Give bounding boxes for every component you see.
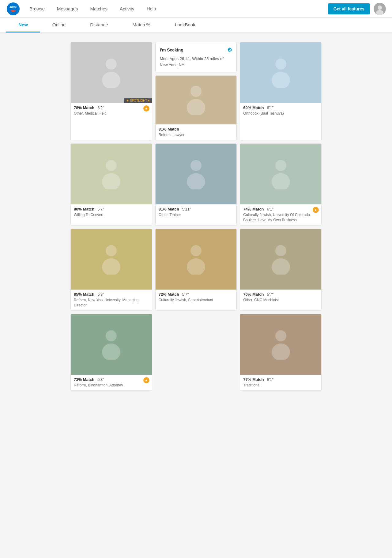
svg-point-16 [275, 160, 286, 171]
match-percentage: 80% Match [74, 207, 94, 211]
nav-messages[interactable]: Messages [57, 6, 78, 11]
profile-card[interactable]: 74% Match 6'1" ★ Culturally Jewish, Univ… [240, 143, 322, 226]
profile-details: Other, CNC Machinist [243, 298, 318, 303]
profile-card[interactable]: 80% Match 5'7" Willing To Convert [70, 143, 152, 226]
height: 5'7" [182, 292, 189, 297]
header-right: Get all features [328, 3, 386, 15]
favorite-star-icon[interactable]: ★ [143, 377, 149, 383]
height: 6'2" [97, 105, 104, 110]
tab-match-pct[interactable]: Match % [120, 18, 163, 32]
get-all-features-button[interactable]: Get all features [328, 3, 370, 14]
match-height-row: 77% Match 6'1" [243, 377, 318, 382]
profile-details: Traditional [243, 383, 318, 388]
profile-details: Willing To Convert [74, 212, 149, 218]
nav-activity[interactable]: Activity [120, 6, 134, 11]
profile-info: 69% Match 6'1" Orthodox (Baal Teshuva) [240, 103, 321, 119]
profile-image [71, 144, 152, 204]
profile-details: Other, Trainer [159, 212, 234, 218]
height: 5'7" [97, 207, 104, 211]
profile-details: Culturally Jewish, Superintendant [159, 298, 234, 303]
svg-point-20 [190, 245, 202, 256]
profile-info: 80% Match 5'7" Willing To Convert [71, 204, 152, 220]
profile-info: 78% Match 6'2" ★ Other, Medical Field [71, 103, 152, 119]
favorite-star-icon[interactable]: ★ [143, 105, 149, 112]
profile-image [240, 42, 321, 103]
profile-card[interactable]: 81% Match 5'11" Other, Trainer [155, 143, 237, 226]
profile-details: Other, Medical Field [74, 111, 149, 116]
match-percentage: 73% Match [74, 377, 94, 382]
profile-silhouette [156, 229, 237, 290]
height: 6'1" [267, 377, 274, 382]
match-percentage: 81% Match [159, 207, 179, 211]
svg-point-21 [187, 258, 205, 275]
svg-point-19 [102, 258, 120, 275]
svg-point-17 [272, 173, 290, 189]
svg-point-24 [106, 330, 117, 341]
svg-point-26 [275, 330, 286, 341]
profile-silhouette [71, 229, 152, 290]
profile-card[interactable]: 69% Match 6'1" Orthodox (Baal Teshuva) [240, 42, 322, 140]
profile-card[interactable]: ★ SPOTLIGHT★ 78% Match 6'2" ★ Other, Med… [70, 42, 152, 140]
svg-point-23 [272, 258, 290, 275]
svg-point-14 [190, 160, 202, 171]
profile-silhouette [240, 314, 321, 375]
profile-silhouette [156, 76, 237, 124]
profile-info: 85% Match 6'3" Reform, New York Universi… [71, 290, 152, 310]
seeking-card: I'm Seeking ⚙ Men, Ages 26-41, Within 25… [155, 42, 237, 72]
match-percentage: 81% Match [159, 127, 179, 131]
match-height-row: 81% Match 5'11" [159, 207, 234, 211]
svg-point-12 [106, 160, 117, 171]
profile-silhouette [240, 144, 321, 204]
match-height-row: 81% Match [159, 127, 234, 131]
profile-image [240, 144, 321, 204]
profile-info: 81% Match 5'11" Other, Trainer [156, 204, 237, 220]
profile-image [156, 229, 237, 290]
match-percentage: 74% Match [243, 207, 264, 211]
nav-matches[interactable]: Matches [90, 6, 107, 11]
tab-online[interactable]: Online [40, 18, 78, 32]
match-height-row: 85% Match 6'3" [74, 292, 149, 297]
profile-card[interactable]: 72% Match 5'7" Culturally Jewish, Superi… [155, 229, 237, 311]
profile-card[interactable]: 85% Match 6'3" Reform, New York Universi… [70, 229, 152, 311]
profile-silhouette [71, 314, 152, 375]
filter-icon[interactable]: ⚙ [227, 47, 232, 53]
match-percentage: 78% Match [74, 105, 94, 110]
profile-info: 77% Match 6'1" Traditional [240, 375, 321, 390]
svg-text:Jdate: Jdate [9, 6, 17, 9]
profile-details: Reform, Binghamton, Attorney [74, 383, 149, 388]
nav-help[interactable]: Help [147, 6, 156, 11]
profile-card[interactable]: 73% Match 5'8" ★ Reform, Binghamton, Att… [70, 314, 152, 391]
profile-card[interactable]: 77% Match 6'1" Traditional [240, 314, 322, 391]
favorite-star-icon[interactable]: ★ [313, 207, 319, 213]
star-icon: ★ [126, 99, 129, 102]
tab-lookbook[interactable]: LookBook [163, 18, 208, 32]
profile-card[interactable]: 70% Match 5'7" Other, CNC Machinist [240, 229, 322, 311]
match-height-row: 73% Match 5'8" ★ [74, 377, 149, 382]
svg-point-4 [378, 6, 382, 10]
profile-image [156, 76, 237, 124]
main-content: ★ SPOTLIGHT★ 78% Match 6'2" ★ Other, Med… [64, 33, 328, 397]
profile-info: 73% Match 5'8" ★ Reform, Binghamton, Att… [71, 375, 152, 390]
svg-point-27 [272, 344, 290, 360]
profile-image: ★ SPOTLIGHT★ [71, 42, 152, 103]
profile-info: 70% Match 5'7" Other, CNC Machinist [240, 290, 321, 305]
match-percentage: 70% Match [243, 292, 264, 297]
profile-image [71, 229, 152, 290]
profile-image [156, 144, 237, 205]
profile-details: Reform, Lawyer [159, 132, 234, 138]
match-height-row: 72% Match 5'7" [159, 292, 234, 297]
avatar[interactable] [374, 3, 386, 15]
profiles-grid: ★ SPOTLIGHT★ 78% Match 6'2" ★ Other, Med… [70, 42, 322, 391]
match-height-row: 78% Match 6'2" ★ [74, 105, 149, 110]
tab-distance[interactable]: Distance [78, 18, 120, 32]
profile-info: 72% Match 5'7" Culturally Jewish, Superi… [156, 290, 237, 305]
profile-silhouette [71, 42, 152, 103]
svg-point-13 [102, 173, 120, 189]
logo-area[interactable]: Jdate [6, 2, 20, 16]
nav-browse[interactable]: Browse [29, 6, 45, 11]
tab-new[interactable]: New [6, 18, 40, 32]
profile-card[interactable]: 81% Match Reform, Lawyer [155, 75, 237, 140]
profile-details: Reform, New York University, Managing Di… [74, 298, 149, 308]
match-percentage: 85% Match [74, 292, 94, 297]
browse-tabs: New Online Distance Match % LookBook [0, 18, 392, 33]
